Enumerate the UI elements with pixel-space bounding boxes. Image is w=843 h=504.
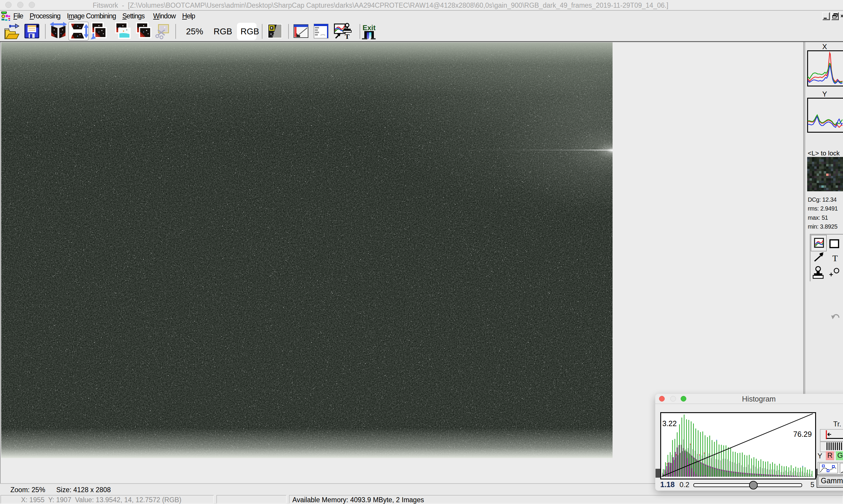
svg-text:T: T (345, 33, 349, 40)
svg-text:Exit: Exit (362, 24, 376, 32)
svg-text:T: T (832, 253, 838, 263)
